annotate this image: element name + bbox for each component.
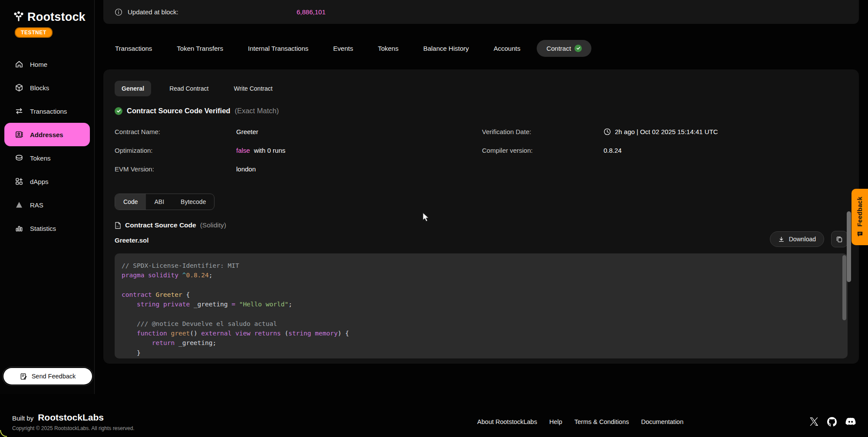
tab-accounts[interactable]: Accounts bbox=[494, 45, 521, 52]
sidebar-item-tokens[interactable]: Tokens bbox=[4, 146, 90, 170]
info-icon[interactable] bbox=[115, 8, 122, 16]
addresses-icon bbox=[15, 130, 23, 139]
optimization-runs: with 0 runs bbox=[254, 147, 286, 154]
detail-label: Optimization: bbox=[115, 147, 236, 154]
file-name: Greeter.sol bbox=[115, 237, 149, 247]
sidebar-item-addresses[interactable]: Addresses bbox=[4, 123, 90, 146]
code-view-toggle: Code ABI Bytecode bbox=[115, 194, 215, 210]
verified-check-icon bbox=[115, 107, 122, 115]
sidebar-item-statistics[interactable]: Statistics bbox=[4, 217, 90, 240]
detail-evm-version: EVM Version: london bbox=[115, 164, 482, 174]
file-row: Greeter.sol Download bbox=[115, 231, 848, 247]
tab-tokens[interactable]: Tokens bbox=[378, 45, 399, 52]
blocks-icon bbox=[15, 83, 23, 92]
detail-label: EVM Version: bbox=[115, 165, 236, 173]
verification-date-value: 2h ago | Oct 02 2025 15:14:41 UTC bbox=[615, 128, 718, 135]
detail-optimization: Optimization: false with 0 runs bbox=[115, 145, 482, 155]
detail-value: 0.8.24 bbox=[604, 147, 622, 154]
address-tabs: Transactions Token Transfers Internal Tr… bbox=[103, 38, 859, 58]
tab-contract-label: Contract bbox=[546, 45, 571, 52]
footer: Built by RootstockLabs Copyright © 2025 … bbox=[0, 398, 868, 437]
page-scrollbar-thumb[interactable] bbox=[847, 211, 851, 282]
feedback-tab[interactable]: Feedback bbox=[851, 189, 868, 245]
subtab-write-contract[interactable]: Write Contract bbox=[227, 81, 279, 96]
copy-icon bbox=[836, 236, 843, 243]
sidebar-item-label: Tokens bbox=[30, 154, 51, 162]
sidebar-item-label: dApps bbox=[30, 178, 49, 185]
ras-icon bbox=[15, 200, 23, 209]
feedback-chat-icon bbox=[857, 231, 863, 237]
send-feedback-icon bbox=[20, 373, 27, 380]
source-code-block[interactable]: // SPDX-License-Identifier: MITpragma so… bbox=[115, 253, 848, 358]
brand-name: Rootstock bbox=[27, 10, 86, 24]
rootstock-logo-icon bbox=[13, 11, 24, 24]
footer-link-help[interactable]: Help bbox=[549, 418, 562, 425]
sidebar-item-dapps[interactable]: dApps bbox=[4, 170, 90, 193]
sidebar-item-ras[interactable]: RAS bbox=[4, 193, 90, 217]
file-icon bbox=[115, 222, 121, 229]
toggle-bytecode[interactable]: Bytecode bbox=[172, 194, 214, 210]
code-content: // SPDX-License-Identifier: MITpragma so… bbox=[122, 261, 839, 358]
sidebar-item-label: Blocks bbox=[30, 84, 49, 92]
download-label: Download bbox=[789, 236, 816, 243]
tab-internal-transactions[interactable]: Internal Transactions bbox=[248, 45, 308, 52]
sidebar-item-blocks[interactable]: Blocks bbox=[4, 76, 90, 99]
transactions-icon bbox=[15, 107, 23, 115]
updated-at-block-card: Updated at block: 6,886,101 bbox=[103, 0, 859, 24]
clock-icon bbox=[604, 128, 611, 135]
x-twitter-icon[interactable] bbox=[809, 417, 818, 426]
contract-panel: General Read Contract Write Contract Con… bbox=[103, 69, 859, 364]
sidebar: Rootstock TESTNET Home Blocks Transactio… bbox=[0, 0, 95, 394]
subtab-read-contract[interactable]: Read Contract bbox=[162, 81, 215, 96]
sidebar-nav: Home Blocks Transactions Addresses Token… bbox=[0, 53, 94, 240]
subtab-general[interactable]: General bbox=[115, 81, 151, 96]
detail-label: Contract Name: bbox=[115, 128, 236, 135]
sidebar-item-home[interactable]: Home bbox=[4, 53, 90, 76]
testnet-badge: TESTNET bbox=[15, 27, 53, 38]
verified-match-type: (Exact Match) bbox=[234, 107, 279, 115]
built-by-label: Built by bbox=[12, 414, 33, 422]
detail-label: Verification Date: bbox=[482, 128, 604, 135]
contract-details: Contract Name: Greeter Optimization: fal… bbox=[115, 126, 848, 182]
footer-link-terms[interactable]: Terms & Conditions bbox=[574, 418, 629, 425]
sidebar-item-label: Addresses bbox=[30, 131, 63, 138]
code-scrollbar-thumb[interactable] bbox=[842, 255, 846, 320]
verified-banner: Contract Source Code Verified (Exact Mat… bbox=[115, 107, 848, 115]
copyright-text: Copyright © 2025 RootstockLabs. All righ… bbox=[12, 425, 477, 431]
footer-brand-link[interactable]: RootstockLabs bbox=[38, 412, 104, 423]
tab-balance-history[interactable]: Balance History bbox=[423, 45, 469, 52]
sidebar-item-label: RAS bbox=[30, 201, 43, 209]
footer-link-documentation[interactable]: Documentation bbox=[641, 418, 683, 425]
statistics-icon bbox=[15, 224, 23, 233]
sidebar-item-transactions[interactable]: Transactions bbox=[4, 99, 90, 123]
tab-events[interactable]: Events bbox=[333, 45, 353, 52]
tab-transactions[interactable]: Transactions bbox=[115, 45, 152, 52]
corner-gradient-arc bbox=[0, 430, 7, 437]
updated-at-block-label: Updated at block: bbox=[128, 8, 178, 16]
discord-icon[interactable] bbox=[845, 417, 856, 426]
detail-verification-date: Verification Date: 2h ago | Oct 02 2025 … bbox=[482, 126, 848, 137]
contract-subtabs: General Read Contract Write Contract bbox=[115, 81, 848, 96]
rootstock-logo[interactable]: Rootstock bbox=[0, 0, 94, 24]
sidebar-item-label: Statistics bbox=[30, 225, 56, 232]
footer-link-about[interactable]: About RootstockLabs bbox=[477, 418, 537, 425]
tab-contract[interactable]: Contract bbox=[537, 40, 591, 57]
source-heading-language: (Solidity) bbox=[200, 221, 226, 229]
send-feedback-label: Send Feedback bbox=[32, 373, 76, 380]
tab-token-transfers[interactable]: Token Transfers bbox=[177, 45, 223, 52]
copy-code-button[interactable] bbox=[831, 231, 848, 247]
tokens-icon bbox=[15, 154, 23, 162]
download-icon bbox=[778, 236, 785, 243]
github-icon[interactable] bbox=[827, 417, 837, 427]
source-code-heading: Contract Source Code (Solidity) bbox=[115, 221, 848, 229]
sidebar-item-label: Home bbox=[30, 61, 47, 68]
block-number-link[interactable]: 6,886,101 bbox=[297, 8, 326, 16]
toggle-abi[interactable]: ABI bbox=[146, 194, 172, 210]
detail-value: Greeter bbox=[236, 128, 258, 135]
feedback-tab-label: Feedback bbox=[856, 197, 863, 227]
toggle-code[interactable]: Code bbox=[115, 194, 146, 210]
detail-value: london bbox=[236, 165, 256, 173]
detail-label: Compiler version: bbox=[482, 147, 604, 154]
download-button[interactable]: Download bbox=[770, 231, 824, 247]
send-feedback-button[interactable]: Send Feedback bbox=[3, 368, 92, 384]
